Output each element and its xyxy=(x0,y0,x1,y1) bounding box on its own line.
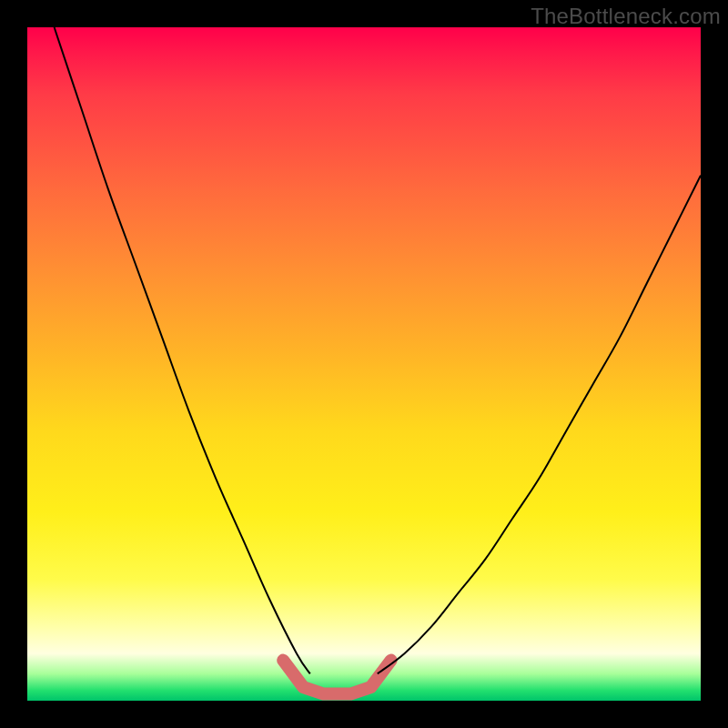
curve-left-branch xyxy=(55,27,310,673)
valley-indicator xyxy=(283,661,390,694)
curve-right-branch xyxy=(378,176,701,674)
outer-frame: TheBottleneck.com xyxy=(0,0,728,728)
watermark-text: TheBottleneck.com xyxy=(531,4,721,29)
curve-layer xyxy=(27,27,701,701)
plot-area xyxy=(27,27,701,701)
